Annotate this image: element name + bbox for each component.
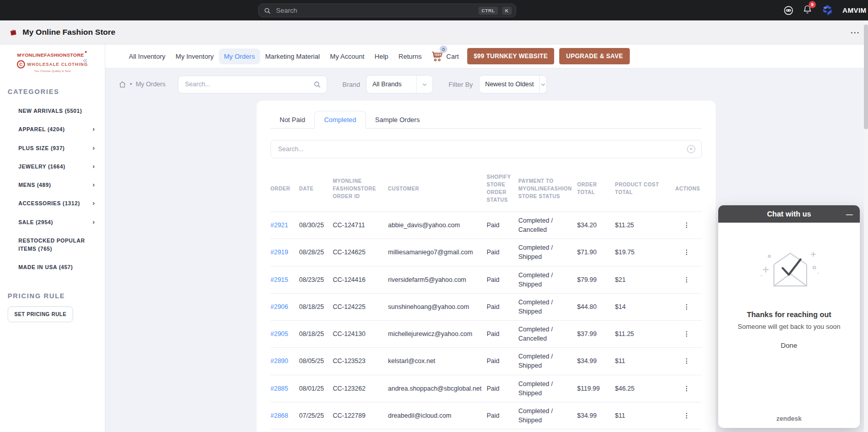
order-link[interactable]: #2905 <box>270 330 288 338</box>
nav-my-inventory[interactable]: My Inventory <box>171 49 219 64</box>
user-menu[interactable]: AMVIM <box>842 7 866 14</box>
tab-sample-orders[interactable]: Sample Orders <box>366 111 429 128</box>
nav-marketing-material[interactable]: Marketing Material <box>260 49 325 64</box>
shopify-status: Paid <box>487 212 518 239</box>
orders-table-search[interactable]: ✕ <box>270 140 702 158</box>
order-id: CC-123262 <box>333 375 388 402</box>
customer-email: milliesamaniego7@gmail.com <box>388 239 487 266</box>
assistant-icon[interactable] <box>783 5 794 16</box>
turnkey-website-button[interactable]: $99 TURNKEY WEBSITE <box>467 48 555 64</box>
order-link[interactable]: #2921 <box>270 222 288 229</box>
kbd-k: K <box>502 7 512 15</box>
payment-status: Completed / Shipped <box>518 375 577 402</box>
sidebar-item-restocked[interactable]: RESTOCKED POPULAR ITEMS (765) <box>0 231 105 258</box>
upgrade-save-button[interactable]: UPGRADE & SAVE <box>559 48 629 64</box>
home-icon[interactable] <box>119 81 126 88</box>
more-menu-icon[interactable]: ⋯ <box>850 28 860 37</box>
scrollbar-thumb[interactable] <box>864 25 868 129</box>
chat-done-button[interactable]: Done <box>781 342 797 349</box>
order-link[interactable]: #2890 <box>270 357 288 365</box>
payment-status: Completed / Cancelled <box>518 321 577 348</box>
order-date: 08/18/25 <box>299 293 333 320</box>
chat-minimize-icon[interactable]: — <box>846 211 853 218</box>
orders-page-search-input[interactable] <box>184 80 313 88</box>
tab-not-paid[interactable]: Not Paid <box>270 111 314 128</box>
order-link[interactable]: #2868 <box>270 412 288 419</box>
sidebar-item-label: PLUS SIZE (937) <box>18 145 65 151</box>
nav-my-orders[interactable]: My Orders <box>219 49 260 64</box>
row-actions-icon[interactable]: ⋮ <box>675 402 702 429</box>
row-actions-icon[interactable]: ⋮ <box>675 239 702 266</box>
sidebar-item-apparel[interactable]: APPAREL (4204)› <box>0 120 105 138</box>
sidebar-item-plus-size[interactable]: PLUS SIZE (937)› <box>0 139 105 157</box>
global-search-input[interactable] <box>275 6 474 15</box>
cart-button[interactable]: 0 Cart <box>431 50 459 62</box>
clear-search-icon[interactable]: ✕ <box>687 145 695 153</box>
nav-all-inventory[interactable]: All Inventory <box>124 49 171 64</box>
chevron-right-icon: › <box>93 161 95 172</box>
brand-select-value: All Brands <box>367 81 416 88</box>
row-actions-icon[interactable]: ⋮ <box>675 212 702 239</box>
brand-select[interactable]: All Brands <box>366 75 433 93</box>
row-actions-icon[interactable]: ⋮ <box>675 348 702 375</box>
order-id: CC-124711 <box>333 212 388 239</box>
customer-email: riversidefarm5@yahoo.com <box>388 266 487 293</box>
tab-completed[interactable]: Completed <box>314 111 366 129</box>
kbd-ctrl: CTRL <box>478 7 498 15</box>
sidebar-collapse-icon[interactable]: « <box>83 56 87 65</box>
order-link[interactable]: #2919 <box>270 249 288 256</box>
global-search[interactable]: CTRL K <box>258 4 516 17</box>
order-id: CC-123642 <box>333 429 388 432</box>
orders-table-search-input[interactable] <box>277 145 687 153</box>
row-actions-icon[interactable]: ⋮ <box>675 321 702 348</box>
payment-status: Completed / Cancelled <box>518 212 577 239</box>
col-order-id: MYONLINE FASHIONSTORE ORDER ID <box>333 165 388 212</box>
order-link[interactable]: #2906 <box>270 303 288 310</box>
cart-label: Cart <box>446 53 459 60</box>
table-row: #2868 07/25/25 CC-122789 dreabedil@iclou… <box>270 402 702 429</box>
notifications-bell[interactable]: 9 <box>803 5 812 16</box>
sidebar-item-made-in-usa[interactable]: MADE IN USA (457) <box>0 258 105 276</box>
table-row: #2885 08/01/25 CC-123262 andrea.shoppach… <box>270 375 702 402</box>
nav-help[interactable]: Help <box>370 49 394 64</box>
set-pricing-rule-button[interactable]: SET PRICING RULE <box>8 306 73 322</box>
order-link[interactable]: #2915 <box>270 276 288 283</box>
order-id: CC-123523 <box>333 348 388 375</box>
orders-card: Not Paid Completed Sample Orders ✕ ORDER… <box>257 101 716 432</box>
chat-header: Chat with us — <box>718 205 860 223</box>
payment-status: Completed / Shipped <box>518 293 577 320</box>
workspace-logo-icon[interactable] <box>821 4 834 17</box>
payment-status: Completed / <box>518 429 577 432</box>
product-cost-total: $19.75 <box>615 239 675 266</box>
chat-heading: Thanks for reaching out <box>718 310 860 319</box>
row-actions-icon[interactable]: ⋮ <box>675 375 702 402</box>
col-customer: CUSTOMER <box>388 165 487 212</box>
sidebar: MYONLINEFASHIONSTORE▲ C WHOLESALE CLOTHI… <box>0 44 105 432</box>
customer-email: sunshinehoang@yahoo.com <box>388 293 487 320</box>
breadcrumb: • My Orders <box>119 81 166 88</box>
sidebar-item-accessories[interactable]: ACCESSORIES (1312)› <box>0 194 105 212</box>
sidebar-item-new-arrivals[interactable]: NEW ARRIVALS (5501) <box>0 102 105 120</box>
sidebar-item-sale[interactable]: SALE (2954)› <box>0 213 105 231</box>
row-actions-icon[interactable]: ⋮ <box>675 293 702 320</box>
order-link[interactable]: #2885 <box>270 385 288 392</box>
breadcrumb-label: My Orders <box>135 81 165 88</box>
shopify-status: Paid <box>487 293 518 320</box>
nav-returns[interactable]: Returns <box>394 49 427 64</box>
shopify-status: Paid <box>487 429 518 432</box>
sidebar-item-jewelry[interactable]: JEWELRY (1664)› <box>0 157 105 176</box>
order-date: 08/28/25 <box>299 239 333 266</box>
search-icon <box>313 81 321 88</box>
row-actions-icon[interactable]: ⋮ <box>675 429 702 432</box>
filter-by-label: Filter By <box>448 81 473 88</box>
table-row: #2890 08/05/25 CC-123523 kelstarl@cox.ne… <box>270 348 702 375</box>
nav-my-account[interactable]: My Account <box>325 49 370 64</box>
orders-page-search[interactable] <box>178 76 327 93</box>
product-cost-total: $11 <box>615 402 675 429</box>
row-actions-icon[interactable]: ⋮ <box>675 266 702 293</box>
pricing-rule-heading: PRICING RULE <box>8 292 105 300</box>
topbar: CTRL K 9 AMVIM <box>0 0 868 20</box>
page-title: My Online Fashion Store <box>22 28 116 37</box>
sidebar-item-mens[interactable]: MENS (489)› <box>0 176 105 194</box>
filter-select[interactable]: Newest to Oldest <box>479 75 547 93</box>
